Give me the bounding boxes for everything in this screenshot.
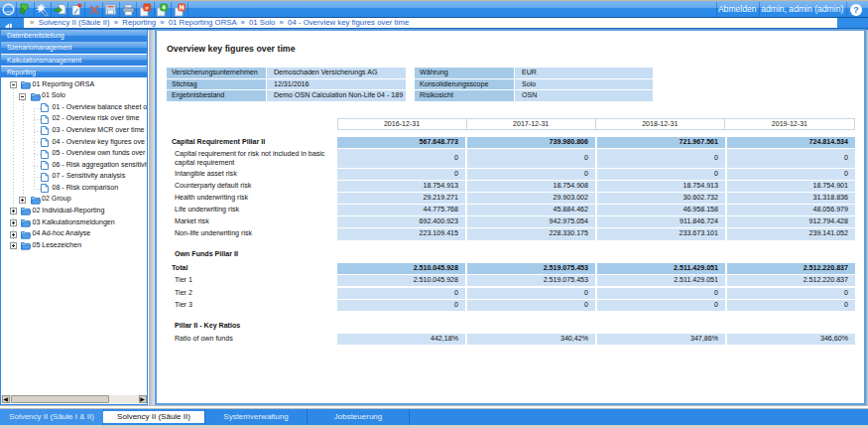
svg-text:P: P: [146, 5, 149, 10]
svg-text:web: web: [5, 10, 11, 14]
